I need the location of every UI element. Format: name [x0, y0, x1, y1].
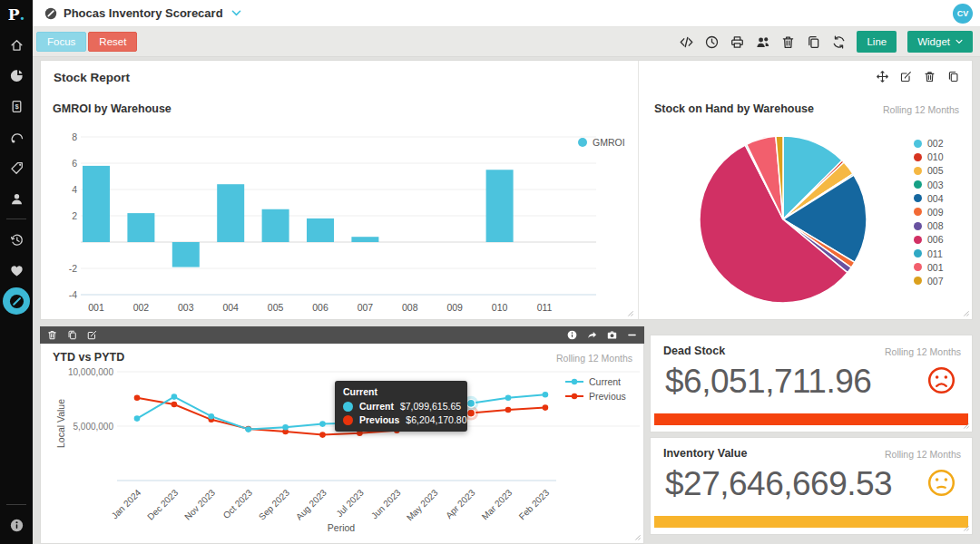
edit-icon[interactable] [900, 71, 912, 83]
svg-text:May 2023: May 2023 [405, 487, 440, 522]
svg-text:$: $ [15, 102, 19, 111]
dead-stock-period-label: Rolling 12 Months [885, 346, 961, 357]
legend-item-007[interactable]: 007 [914, 276, 944, 287]
svg-text:011: 011 [537, 302, 553, 313]
refresh-icon[interactable] [832, 35, 846, 49]
resize-handle-icon[interactable] [959, 306, 970, 317]
phocas-logo[interactable]: P. [8, 0, 25, 29]
resize-handle-icon[interactable] [631, 530, 642, 541]
svg-text:-2: -2 [69, 263, 77, 274]
sidebar: P. $ [0, 0, 33, 544]
logo-text: P [8, 5, 20, 24]
svg-text:Jan 2024: Jan 2024 [110, 487, 143, 520]
legend-item-003[interactable]: 003 [914, 180, 944, 190]
dead-stock-value: $6,051,711.96 [665, 363, 871, 401]
ytd-widget-toolbar [40, 326, 644, 344]
sidebar-item-rebates[interactable] [0, 121, 33, 152]
logo-dot: . [19, 5, 24, 24]
svg-text:001: 001 [88, 302, 104, 313]
legend-item-current[interactable]: Current [565, 376, 626, 387]
svg-text:Apr 2023: Apr 2023 [444, 487, 477, 520]
pie-period-label: Rolling 12 Months [883, 104, 959, 115]
line-legend[interactable]: CurrentPrevious [565, 376, 626, 402]
info-icon[interactable] [567, 330, 577, 340]
printer-icon[interactable] [730, 35, 744, 49]
title-bar: Phocas Inventory Scorecard CV [33, 0, 980, 27]
svg-text:6: 6 [72, 158, 77, 169]
trash-icon[interactable] [924, 71, 936, 83]
sidebar-item-heart[interactable] [0, 255, 33, 286]
avatar[interactable]: CV [953, 4, 973, 24]
resize-handle-icon[interactable] [959, 419, 970, 430]
legend-item-009[interactable]: 009 [914, 207, 944, 218]
legend-item-011[interactable]: 011 [914, 248, 944, 259]
chevron-down-icon[interactable] [231, 8, 241, 18]
dead-stock-status-bar [654, 413, 968, 425]
pie-legend[interactable]: 002010005003004009008006011001007 [914, 138, 944, 287]
trash-icon[interactable] [47, 330, 57, 340]
svg-text:Feb 2023: Feb 2023 [517, 487, 552, 521]
svg-text:8: 8 [72, 131, 77, 142]
gmroi-bar-chart[interactable]: 8642-2-400100200300400500600700800901001… [41, 93, 635, 318]
sidebar-item-document-dollar[interactable]: $ [0, 91, 33, 121]
legend-item-010[interactable]: 010 [914, 151, 944, 162]
svg-text:Jul 2023: Jul 2023 [334, 487, 366, 519]
sidebar-item-tag[interactable] [0, 152, 33, 183]
stock-report-title: Stock Report [54, 71, 130, 84]
move-icon[interactable] [877, 71, 888, 83]
sidebar-item-home[interactable] [0, 29, 33, 60]
tooltip-row: Previous$6,204,170.80 [343, 414, 459, 425]
copy-icon[interactable] [67, 330, 77, 340]
legend-item-004[interactable]: 004 [914, 193, 944, 204]
sidebar-item-user[interactable] [0, 183, 33, 214]
resize-handle-icon[interactable] [959, 521, 970, 532]
copy-icon[interactable] [807, 35, 820, 49]
share-icon[interactable] [587, 330, 597, 340]
svg-text:002: 002 [133, 302, 150, 313]
legend-item-002[interactable]: 002 [914, 138, 944, 149]
legend-item-previous[interactable]: Previous [565, 391, 626, 402]
users-icon[interactable] [756, 35, 769, 49]
code-icon[interactable] [680, 35, 693, 49]
sidebar-item-pie-chart[interactable] [0, 60, 33, 91]
svg-text:Nov 2023: Nov 2023 [182, 487, 217, 521]
trash-icon[interactable] [781, 35, 795, 49]
ytd-line-chart[interactable]: 5,000,00010,000,000Jan 2024Dec 2023Nov 2… [41, 344, 643, 542]
reset-button[interactable]: Reset [88, 32, 137, 52]
svg-text:4: 4 [72, 184, 77, 195]
svg-text:Oct 2023: Oct 2023 [221, 487, 255, 520]
stock-on-hand-pie-chart[interactable] [697, 133, 869, 306]
tooltip-row: Current$7,099,615.65 [343, 401, 459, 412]
sidebar-nav: $ [0, 29, 33, 316]
legend-item-005[interactable]: 005 [914, 165, 944, 176]
camera-icon[interactable] [607, 330, 617, 340]
dead-stock-title: Dead Stock [663, 345, 725, 357]
legend-item-008[interactable]: 008 [914, 220, 944, 231]
svg-text:2: 2 [72, 210, 77, 221]
sidebar-divider [6, 504, 26, 505]
sidebar-item-info[interactable] [0, 510, 33, 540]
widget-button[interactable]: Widget [907, 31, 973, 53]
legend-item-001[interactable]: 001 [914, 262, 944, 273]
chart-tooltip: Current Current$7,099,615.65Previous$6,2… [335, 381, 467, 432]
svg-text:10,000,000: 10,000,000 [68, 367, 113, 377]
inventory-value: $27,646,669.53 [665, 465, 892, 503]
sidebar-item-gauge[interactable] [0, 286, 33, 316]
ytd-toolbar-left-icons [47, 330, 97, 340]
minus-icon[interactable] [627, 330, 637, 340]
legend-item[interactable]: GMROI [578, 137, 625, 148]
stock-report-header-icons [877, 71, 959, 83]
resize-handle-icon[interactable] [623, 306, 634, 317]
copy-icon[interactable] [947, 71, 959, 83]
page-title: Phocas Inventory Scorecard [64, 6, 223, 20]
clock-icon[interactable] [705, 35, 719, 49]
inventory-status-bar [654, 516, 968, 528]
gmroi-legend[interactable]: GMROI [578, 137, 625, 148]
line-button[interactable]: Line [857, 31, 897, 53]
legend-item-006[interactable]: 006 [914, 234, 944, 245]
ytd-widget-body: YTD vs PYTD Rolling 12 Months 5,000,0001… [40, 344, 644, 544]
sidebar-item-history[interactable] [0, 224, 33, 255]
edit-icon[interactable] [87, 330, 97, 340]
focus-button[interactable]: Focus [36, 32, 86, 52]
svg-text:5,000,000: 5,000,000 [74, 422, 114, 432]
